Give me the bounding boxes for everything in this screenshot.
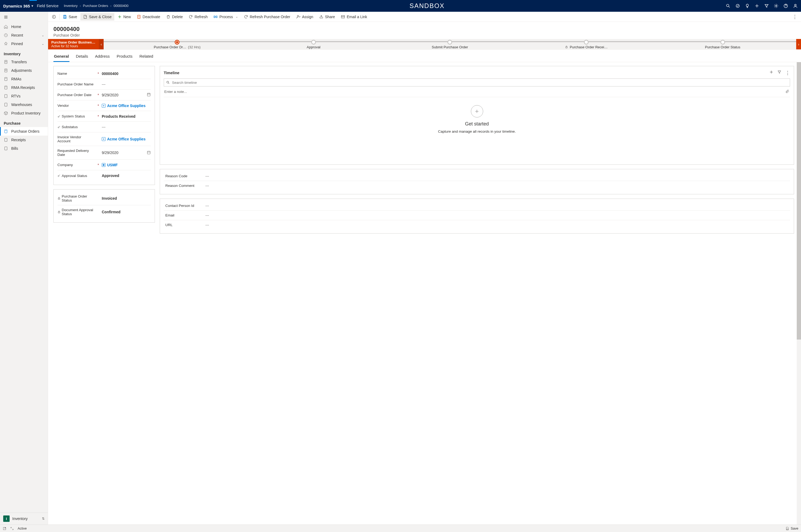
breadcrumb-item[interactable]: Inventory: [64, 4, 77, 8]
tab-general[interactable]: General: [53, 52, 70, 62]
search-icon[interactable]: [726, 3, 730, 8]
sidebar-item-receipts[interactable]: Receipts: [0, 136, 48, 144]
sidebar-item-adjustments[interactable]: Adjustments: [0, 66, 48, 75]
bpf-stage[interactable]: Purchase Order Recei…: [518, 39, 655, 49]
save-button[interactable]: Save: [60, 13, 80, 21]
updown-icon[interactable]: ⇅: [42, 517, 44, 520]
scrollbar-thumb[interactable]: [797, 62, 801, 340]
field-contact-person[interactable]: Contact Person Id---: [164, 201, 790, 211]
breadcrumb-item[interactable]: 00000400: [113, 4, 129, 8]
share-button[interactable]: Share: [317, 13, 338, 21]
process-button[interactable]: Process⌄: [211, 13, 241, 21]
sidebar-item-rma-receipts[interactable]: RMA Receipts: [0, 83, 48, 92]
sidebar-item-pinned[interactable]: Pinned ⌄: [0, 39, 48, 48]
bpf-stage[interactable]: Submit Purchase Order: [382, 39, 518, 49]
timeline-search[interactable]: [164, 78, 790, 87]
field-value[interactable]: ---: [102, 125, 151, 129]
field-system-status[interactable]: System Status * Products Received: [57, 111, 151, 122]
deactivate-button[interactable]: Deactivate: [134, 13, 163, 21]
task-icon[interactable]: [735, 3, 740, 8]
field-value[interactable]: ---: [102, 82, 151, 87]
sidebar-item-warehouses[interactable]: Warehouses: [0, 100, 48, 109]
timeline-search-input[interactable]: [172, 81, 788, 84]
assign-button[interactable]: Assign: [294, 13, 316, 21]
more-commands-button[interactable]: ⋮: [790, 12, 800, 21]
field-value[interactable]: Approved: [102, 173, 151, 178]
field-name[interactable]: Name * 00000400: [57, 68, 151, 79]
field-approval-status[interactable]: Approval Status Approved: [57, 170, 151, 181]
email-link-button[interactable]: Email a Link: [338, 13, 370, 21]
bpf-prev-button[interactable]: ‹: [99, 39, 104, 50]
field-value[interactable]: ---: [205, 174, 209, 178]
field-substatus[interactable]: Substatus ---: [57, 122, 151, 132]
area-switcher[interactable]: I Inventory ⇅: [0, 513, 48, 525]
refresh-po-button[interactable]: Refresh Purchase Order: [241, 13, 293, 21]
sidebar-item-rmas[interactable]: RMAs: [0, 75, 48, 83]
timeline-more-button[interactable]: ⋮: [785, 70, 790, 76]
sidebar-item-rtvs[interactable]: RTVs: [0, 92, 48, 100]
field-value[interactable]: 9/29/2020: [102, 92, 151, 97]
popout-icon[interactable]: [3, 527, 6, 530]
tab-products[interactable]: Products: [116, 52, 133, 62]
vertical-scrollbar[interactable]: [797, 62, 801, 525]
lightbulb-icon[interactable]: [745, 3, 750, 8]
timeline-getstarted-icon[interactable]: +: [471, 105, 483, 117]
user-icon[interactable]: [793, 3, 798, 8]
field-value[interactable]: Products Received: [102, 114, 151, 118]
delete-button[interactable]: Delete: [164, 13, 185, 21]
refresh-button[interactable]: Refresh: [186, 13, 210, 21]
new-button[interactable]: New: [115, 13, 133, 21]
bpf-stage[interactable]: Approval: [245, 39, 382, 49]
field-po-name[interactable]: Purchase Order Name ---: [57, 79, 151, 90]
brand[interactable]: Dynamics 365 ▾: [3, 4, 33, 8]
hamburger-button[interactable]: [0, 12, 48, 22]
breadcrumb-item[interactable]: Purchase Orders: [83, 4, 108, 8]
tab-details[interactable]: Details: [75, 52, 89, 62]
lookup-link[interactable]: Acme Office Supplies: [102, 137, 146, 141]
bpf-name-badge[interactable]: Purchase Order Business … Active for 32 …: [48, 39, 99, 50]
calendar-icon[interactable]: [147, 150, 151, 155]
sidebar-item-bills[interactable]: Bills: [0, 144, 48, 153]
field-value[interactable]: 00000400: [102, 72, 151, 76]
bpf-next-button[interactable]: ›: [796, 39, 801, 50]
field-email[interactable]: Email---: [164, 211, 790, 220]
footer-save-button[interactable]: Save: [785, 527, 799, 530]
sidebar-item-recent[interactable]: Recent ⌄: [0, 31, 48, 39]
gear-icon[interactable]: [774, 3, 779, 8]
field-value[interactable]: USMF: [102, 163, 151, 167]
filter-icon[interactable]: [764, 3, 769, 8]
tab-related[interactable]: Related: [139, 52, 154, 62]
field-vendor[interactable]: Vendor * Acme Office Supplies: [57, 100, 151, 111]
field-company[interactable]: Company * USMF: [57, 159, 151, 170]
field-value[interactable]: 9/29/2020: [102, 150, 151, 155]
field-reason-code[interactable]: Reason Code---: [164, 171, 790, 181]
app-name[interactable]: Field Service: [37, 4, 58, 8]
tab-address[interactable]: Address: [95, 52, 110, 62]
sidebar-item-product-inventory[interactable]: Product Inventory: [0, 109, 48, 117]
sidebar-item-home[interactable]: Home: [0, 22, 48, 31]
bpf-stage[interactable]: Purchase Order Status: [654, 39, 791, 49]
back-button[interactable]: [49, 13, 59, 21]
calendar-icon[interactable]: [147, 92, 151, 97]
add-icon[interactable]: [755, 3, 759, 8]
timeline-add-button[interactable]: [769, 70, 774, 76]
field-url[interactable]: URL---: [164, 220, 790, 230]
sidebar-item-purchase-orders[interactable]: Purchase Orders: [0, 127, 48, 136]
lookup-link[interactable]: Acme Office Supplies: [102, 103, 146, 108]
field-reason-comment[interactable]: Reason Comment---: [164, 181, 790, 190]
field-value[interactable]: ---: [205, 184, 209, 188]
attach-icon[interactable]: [785, 89, 789, 94]
lookup-link[interactable]: USMF: [102, 163, 118, 167]
field-value[interactable]: Acme Office Supplies: [102, 137, 151, 141]
field-req-delivery[interactable]: Requested Delivery Date 9/29/2020: [57, 146, 151, 159]
field-value[interactable]: Acme Office Supplies: [102, 103, 151, 108]
bpf-stage[interactable]: Purchase Order Dr…(32 Hrs): [109, 39, 245, 49]
sidebar-item-transfers[interactable]: Transfers: [0, 58, 48, 66]
field-value[interactable]: ---: [205, 213, 209, 217]
field-value[interactable]: ---: [205, 223, 209, 227]
expand-icon[interactable]: [10, 527, 14, 530]
field-value[interactable]: ---: [205, 204, 209, 208]
help-icon[interactable]: [783, 3, 788, 8]
save-close-button[interactable]: Save & Close: [80, 13, 114, 21]
timeline-filter-button[interactable]: [777, 70, 782, 76]
